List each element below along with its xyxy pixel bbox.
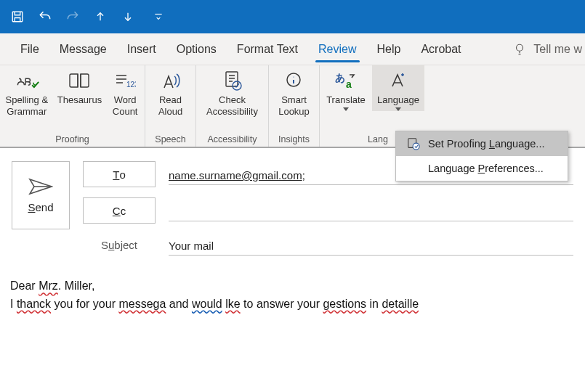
group-insights: Smart Lookup Insights [269, 65, 320, 147]
tab-message[interactable]: Message [49, 33, 117, 65]
translate-button[interactable]: あ a Translate [320, 65, 372, 111]
chevron-down-icon [343, 107, 349, 111]
tab-acrobat[interactable]: Acrobat [411, 33, 471, 65]
send-button[interactable]: Send [12, 161, 70, 229]
word-count-line2: Count [113, 106, 138, 118]
svg-text:あ: あ [335, 72, 345, 83]
check-accessibility-line2: Accessibility [206, 106, 258, 118]
menu-item-label: Set Proofing Language... [428, 138, 544, 150]
thesaurus-label: Thesaurus [57, 94, 102, 106]
subject-label: Subject [83, 239, 156, 251]
body-line-1: Dear Mrz. Miller, [10, 277, 575, 295]
language-button[interactable]: Language [372, 65, 424, 111]
smart-lookup-icon [284, 68, 304, 93]
thesaurus-button[interactable]: Thesaurus [54, 65, 106, 106]
tab-help[interactable]: Help [367, 33, 411, 65]
word-count-button[interactable]: 123 Word Count [105, 65, 145, 117]
next-item-button[interactable] [119, 8, 137, 25]
group-label-speech: Speech [145, 133, 195, 147]
spelling-line2: Grammar [7, 106, 47, 118]
tab-review[interactable]: Review [308, 33, 366, 65]
message-body[interactable]: Dear Mrz. Miller, I thanck you for your … [0, 256, 585, 314]
svg-rect-3 [226, 72, 238, 86]
spelling-line1: Spelling & [6, 94, 49, 106]
customize-qat-button[interactable] [150, 8, 167, 25]
svg-point-1 [517, 44, 523, 51]
proofing-language-icon [406, 137, 421, 150]
quick-access-toolbar [0, 0, 585, 33]
svg-point-6 [293, 76, 294, 77]
subject-field[interactable]: Your mail [169, 234, 573, 256]
tab-file[interactable]: File [10, 33, 49, 65]
language-icon [388, 68, 408, 93]
spelling-grammar-button[interactable]: Spelling & Grammar [0, 65, 54, 117]
chevron-down-icon [395, 107, 401, 111]
svg-text:123: 123 [126, 81, 136, 89]
to-button[interactable]: To [83, 161, 156, 187]
group-proofing: Spelling & Grammar Thesaurus 123 [0, 65, 145, 147]
check-accessibility-button[interactable]: Check Accessibility [196, 65, 268, 117]
set-proofing-language-item[interactable]: Set Proofing Language... [396, 131, 568, 156]
svg-text:a: a [346, 78, 352, 90]
ribbon-tabs: File Message Insert Options Format Text … [0, 33, 585, 65]
language-preferences-item[interactable]: Language Preferences... [396, 156, 568, 181]
group-label-accessibility: Accessibility [196, 133, 268, 147]
tab-format-text[interactable]: Format Text [227, 33, 308, 65]
word-count-line1: Word [114, 94, 137, 106]
word-count-icon: 123 [114, 68, 136, 93]
language-label: Language [377, 94, 419, 106]
read-aloud-line2: Aloud [158, 106, 182, 118]
group-label-proofing: Proofing [0, 133, 145, 147]
read-aloud-button[interactable]: Read Aloud [145, 65, 195, 117]
accessibility-icon [222, 68, 243, 93]
tab-options[interactable]: Options [166, 33, 227, 65]
group-accessibility: Check Accessibility Accessibility [196, 65, 269, 147]
translate-label: Translate [326, 94, 366, 106]
group-label-insights: Insights [269, 133, 319, 147]
cc-button[interactable]: Cc [83, 197, 156, 224]
svg-rect-0 [12, 12, 23, 22]
check-accessibility-line1: Check [219, 94, 246, 106]
recipient-chip[interactable]: name.surname@gmail.com [169, 169, 302, 181]
tell-me-search[interactable]: Tell me w [513, 33, 585, 65]
language-dropdown: Set Proofing Language... Language Prefer… [395, 131, 568, 181]
translate-icon: あ a [334, 68, 358, 93]
smart-lookup-line1: Smart [281, 94, 307, 106]
tell-me-label: Tell me w [533, 43, 582, 56]
send-label: Send [28, 201, 53, 213]
menu-item-label: Language Preferences... [428, 163, 544, 174]
group-speech: Read Aloud Speech [145, 65, 196, 147]
read-aloud-line1: Read [159, 94, 182, 106]
read-aloud-icon [160, 68, 182, 93]
smart-lookup-line2: Lookup [278, 106, 310, 118]
previous-item-button[interactable] [92, 8, 109, 25]
save-button[interactable] [9, 8, 26, 25]
body-line-2: I thanck you for your messega and would … [10, 295, 575, 314]
cc-field[interactable] [169, 200, 573, 221]
spelling-icon [14, 68, 40, 93]
ribbon: Spelling & Grammar Thesaurus 123 [0, 65, 585, 148]
svg-point-10 [413, 143, 419, 150]
tab-insert[interactable]: Insert [117, 33, 166, 65]
redo-button[interactable] [64, 8, 81, 25]
smart-lookup-button[interactable]: Smart Lookup [269, 65, 319, 117]
thesaurus-icon [68, 68, 90, 93]
undo-button[interactable] [36, 8, 54, 25]
